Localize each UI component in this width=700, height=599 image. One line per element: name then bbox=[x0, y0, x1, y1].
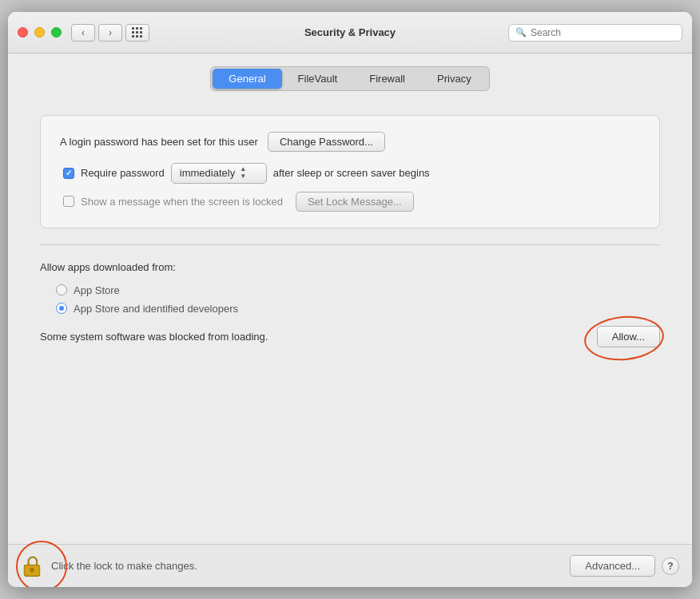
back-button[interactable]: ‹ bbox=[71, 24, 95, 42]
dropdown-arrows-icon: ▲ ▼ bbox=[240, 166, 246, 180]
tab-firewall[interactable]: Firewall bbox=[353, 69, 421, 89]
tab-bar: General FileVault Firewall Privacy bbox=[210, 66, 489, 91]
search-bar[interactable]: 🔍 bbox=[508, 24, 682, 42]
show-message-row: Show a message when the screen is locked… bbox=[60, 192, 640, 212]
radio-appstore-identified-label: App Store and identified developers bbox=[74, 303, 238, 315]
require-password-checkbox[interactable]: ✓ bbox=[63, 168, 74, 179]
tab-privacy[interactable]: Privacy bbox=[421, 69, 487, 89]
require-password-row: ✓ Require password immediately ▲ ▼ after… bbox=[60, 163, 640, 184]
blocked-text: Some system software was blocked from lo… bbox=[40, 331, 268, 343]
forward-button[interactable]: › bbox=[98, 24, 122, 42]
login-password-text: A login password has been set for this u… bbox=[60, 136, 258, 148]
require-password-label: Require password bbox=[81, 167, 165, 179]
radio-appstore-circle[interactable] bbox=[56, 284, 67, 296]
main-window: ‹ › Security & Privacy 🔍 General FileVau… bbox=[8, 12, 692, 587]
grid-view-button[interactable] bbox=[125, 24, 149, 42]
checkmark-icon: ✓ bbox=[66, 169, 72, 177]
radio-appstore-identified[interactable]: App Store and identified developers bbox=[56, 303, 660, 315]
set-lock-message-button[interactable]: Set Lock Message... bbox=[296, 192, 414, 212]
radio-appstore-identified-circle[interactable] bbox=[56, 303, 67, 314]
radio-appstore-label: App Store bbox=[74, 284, 120, 296]
grid-icon bbox=[132, 27, 143, 38]
radio-appstore[interactable]: App Store bbox=[56, 284, 660, 296]
radio-group: App Store App Store and identified devel… bbox=[40, 284, 660, 315]
tabs-area: General FileVault Firewall Privacy bbox=[8, 54, 692, 91]
lock-label: Click the lock to make changes. bbox=[51, 560, 197, 572]
forward-icon: › bbox=[109, 27, 112, 38]
tab-filevault[interactable]: FileVault bbox=[282, 69, 354, 89]
show-message-label: Show a message when the screen is locked bbox=[81, 196, 283, 208]
traffic-lights bbox=[18, 27, 62, 38]
password-row1: A login password has been set for this u… bbox=[60, 132, 640, 152]
nav-buttons: ‹ › bbox=[71, 24, 122, 42]
titlebar: ‹ › Security & Privacy 🔍 bbox=[8, 12, 692, 54]
after-sleep-label: after sleep or screen saver begins bbox=[273, 167, 430, 179]
minimize-button[interactable] bbox=[34, 27, 45, 38]
immediately-label: immediately bbox=[180, 167, 235, 179]
show-message-checkbox[interactable] bbox=[63, 196, 74, 207]
help-button[interactable]: ? bbox=[662, 557, 679, 575]
password-section: A login password has been set for this u… bbox=[40, 115, 660, 228]
window-title: Security & Privacy bbox=[304, 26, 396, 38]
blocked-section: Some system software was blocked from lo… bbox=[40, 315, 660, 351]
close-button[interactable] bbox=[18, 27, 28, 38]
search-icon: 🔍 bbox=[515, 27, 527, 38]
lock-icon bbox=[21, 554, 43, 578]
svg-rect-2 bbox=[31, 569, 33, 573]
download-title: Allow apps downloaded from: bbox=[40, 261, 660, 273]
radio-selected-dot bbox=[59, 306, 64, 311]
password-timing-dropdown[interactable]: immediately ▲ ▼ bbox=[171, 163, 267, 184]
back-icon: ‹ bbox=[82, 27, 85, 38]
download-section: Allow apps downloaded from: App Store Ap… bbox=[40, 261, 660, 315]
bottom-right-buttons: Advanced... ? bbox=[570, 555, 679, 577]
search-input[interactable] bbox=[531, 27, 675, 38]
lock-area: Click the lock to make changes. bbox=[21, 554, 197, 578]
maximize-button[interactable] bbox=[51, 27, 62, 38]
bottom-bar: Click the lock to make changes. Advanced… bbox=[8, 544, 692, 587]
advanced-button[interactable]: Advanced... bbox=[570, 555, 655, 577]
change-password-button[interactable]: Change Password... bbox=[268, 132, 385, 152]
tab-general[interactable]: General bbox=[213, 69, 281, 89]
allow-button[interactable]: Allow... bbox=[597, 326, 660, 347]
section-divider bbox=[40, 244, 660, 245]
main-content: A login password has been set for this u… bbox=[8, 91, 692, 367]
